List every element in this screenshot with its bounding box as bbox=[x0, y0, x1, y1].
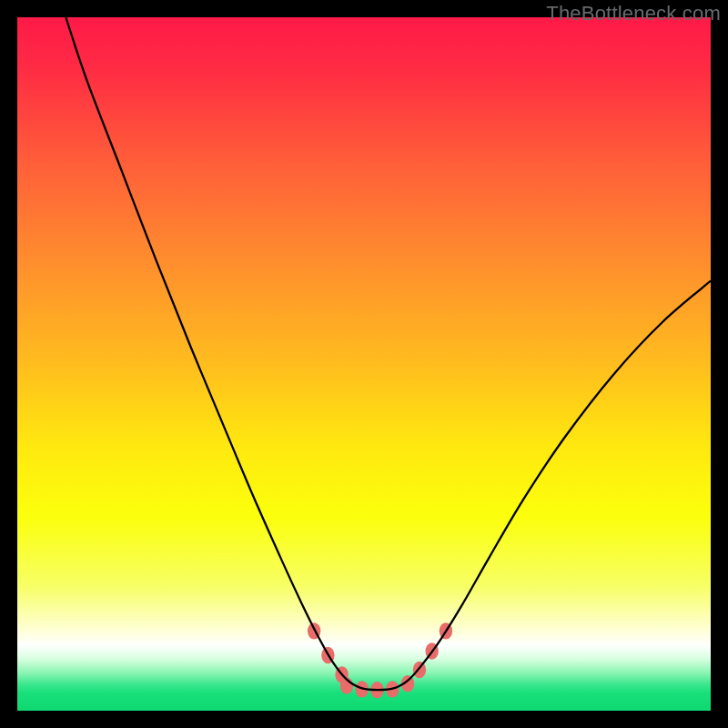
curve-marker bbox=[413, 662, 426, 678]
chart-svg bbox=[17, 17, 711, 711]
chart-plot-area bbox=[17, 17, 711, 711]
watermark-text: TheBottleneck.com bbox=[546, 2, 721, 25]
chart-frame: TheBottleneck.com bbox=[0, 0, 728, 728]
gradient-background bbox=[17, 17, 711, 711]
